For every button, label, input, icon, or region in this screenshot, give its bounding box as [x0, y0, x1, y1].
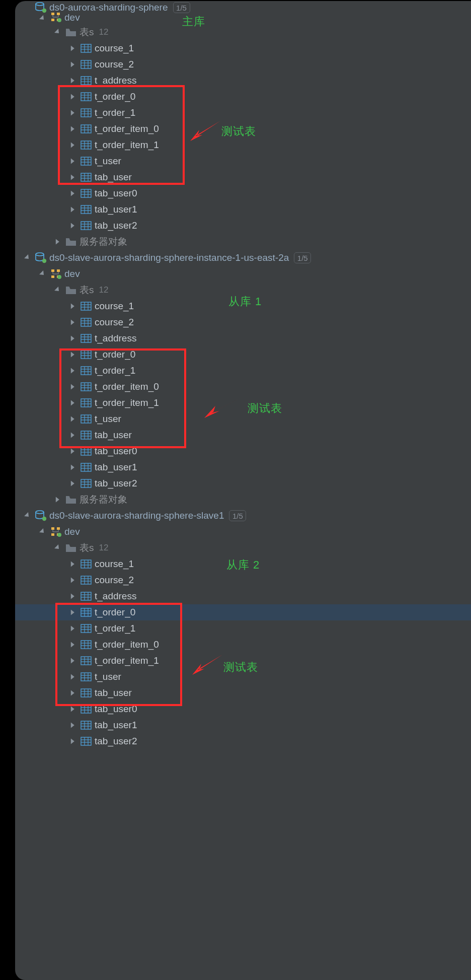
table-icon	[80, 719, 93, 731]
tree-table[interactable]: t_order_0	[15, 89, 471, 105]
tree-table[interactable]: t_order_item_0	[15, 637, 471, 653]
tree-datasource[interactable]: ds0-slave-aurora-sharding-sphere-instanc…	[15, 250, 471, 266]
table-icon	[80, 590, 93, 602]
chevron-right-icon	[68, 737, 77, 746]
database-icon	[34, 510, 47, 522]
svg-rect-156	[81, 608, 91, 616]
tree-schema[interactable]: dev	[15, 524, 471, 540]
tree-table[interactable]: course_2	[15, 572, 471, 588]
table-icon	[80, 381, 93, 393]
tree-table[interactable]: tab_user0	[15, 701, 471, 717]
tree-tables-folder[interactable]: 表s 12	[15, 24, 471, 40]
tree-table[interactable]: tab_user	[15, 685, 471, 701]
tree-table[interactable]: tab_user0	[15, 185, 471, 201]
tree-datasource[interactable]: ds0-aurora-sharding-sphere 1/5	[15, 1, 471, 14]
chevron-right-icon	[68, 721, 77, 730]
table-label: t_address	[95, 333, 136, 344]
tree-table[interactable]: tab_user1	[15, 717, 471, 733]
tree-table[interactable]: t_order_0	[15, 346, 471, 363]
tree-table[interactable]: t_address	[15, 588, 471, 604]
tree-table[interactable]: t_user	[15, 669, 471, 685]
tree-table[interactable]: tab_user2	[15, 475, 471, 492]
svg-rect-94	[81, 367, 91, 375]
tree-table[interactable]: tab_user1	[15, 201, 471, 218]
chevron-right-icon	[68, 124, 77, 133]
table-label: t_order_item_0	[95, 123, 159, 134]
chevron-right-icon	[68, 76, 77, 85]
tables-folder-label: 表s	[80, 26, 94, 39]
folder-icon	[64, 236, 77, 248]
tree-table[interactable]: tab_user0	[15, 443, 471, 459]
tree-server-objects[interactable]: 服务器对象	[15, 234, 471, 250]
tree-schema[interactable]: dev	[15, 14, 471, 24]
tree-table[interactable]: t_address	[15, 73, 471, 89]
tree-table[interactable]: t_order_item_1	[15, 653, 471, 669]
svg-rect-166	[81, 641, 91, 649]
tree-datasource[interactable]: ds0-slave-aurora-sharding-sphere-slave1 …	[15, 508, 471, 524]
tree-table[interactable]: course_1	[15, 556, 471, 572]
table-label: course_1	[95, 301, 134, 312]
svg-rect-137	[57, 527, 60, 530]
svg-point-140	[57, 533, 61, 537]
tree-table[interactable]: tab_user2	[15, 733, 471, 749]
svg-rect-42	[81, 157, 91, 165]
chevron-right-icon	[68, 592, 77, 601]
tables-count: 12	[99, 285, 109, 295]
table-icon	[80, 139, 93, 151]
tree-table[interactable]: course_2	[15, 314, 471, 330]
chevron-down-icon	[23, 3, 32, 12]
table-icon	[80, 606, 93, 618]
table-label: tab_user0	[95, 188, 137, 199]
chevron-right-icon	[68, 463, 77, 472]
tree-table[interactable]: t_order_1	[15, 363, 471, 379]
tree-table[interactable]: t_order_item_0	[15, 379, 471, 395]
tree-table[interactable]: t_order_item_1	[15, 395, 471, 411]
table-label: tab_user	[95, 687, 132, 698]
tree-table[interactable]: course_1	[15, 40, 471, 56]
tree-table[interactable]: t_order_0	[15, 604, 471, 620]
schema-icon	[49, 526, 62, 538]
table-label: t_order_0	[95, 91, 135, 102]
table-icon	[80, 300, 93, 312]
tree-tables-folder[interactable]: 表s 12	[15, 282, 471, 298]
table-icon	[80, 42, 93, 54]
chevron-right-icon	[53, 495, 62, 504]
tree-tables-folder[interactable]: 表s 12	[15, 540, 471, 556]
chevron-down-icon	[23, 511, 32, 520]
table-label: t_order_1	[95, 623, 135, 634]
svg-rect-104	[81, 399, 91, 407]
tree-table[interactable]: t_user	[15, 153, 471, 169]
tree-table[interactable]: t_order_1	[15, 105, 471, 121]
chevron-right-icon	[68, 414, 77, 424]
svg-rect-27	[81, 109, 91, 117]
table-label: t_order_1	[95, 365, 135, 376]
tree-table[interactable]: t_order_1	[15, 620, 471, 637]
table-label: tab_user2	[95, 478, 137, 489]
table-icon	[80, 477, 93, 489]
chevron-right-icon	[68, 318, 77, 327]
svg-rect-52	[81, 189, 91, 197]
table-icon	[80, 187, 93, 199]
tree-table[interactable]: t_user	[15, 411, 471, 427]
tree-table[interactable]: tab_user1	[15, 459, 471, 475]
svg-rect-176	[81, 673, 91, 681]
table-label: tab_user2	[95, 220, 137, 231]
tree-server-objects[interactable]: 服务器对象	[15, 492, 471, 508]
tree-table[interactable]: tab_user	[15, 169, 471, 185]
table-icon	[80, 639, 93, 651]
tree-table[interactable]: tab_user	[15, 427, 471, 443]
tree-table[interactable]: course_1	[15, 298, 471, 314]
datasource-badge: 1/5	[294, 252, 311, 263]
tree-schema[interactable]: dev	[15, 266, 471, 282]
table-label: tab_user1	[95, 720, 137, 731]
tree-table[interactable]: t_order_item_0	[15, 121, 471, 137]
chevron-right-icon	[68, 334, 77, 343]
tree-table[interactable]: t_address	[15, 330, 471, 346]
chevron-right-icon	[68, 382, 77, 391]
chevron-right-icon	[68, 431, 77, 440]
tree-table[interactable]: t_order_item_1	[15, 137, 471, 153]
chevron-right-icon	[68, 221, 77, 230]
tree-table[interactable]: course_2	[15, 56, 471, 73]
table-label: tab_user1	[95, 462, 137, 473]
tree-table[interactable]: tab_user2	[15, 218, 471, 234]
